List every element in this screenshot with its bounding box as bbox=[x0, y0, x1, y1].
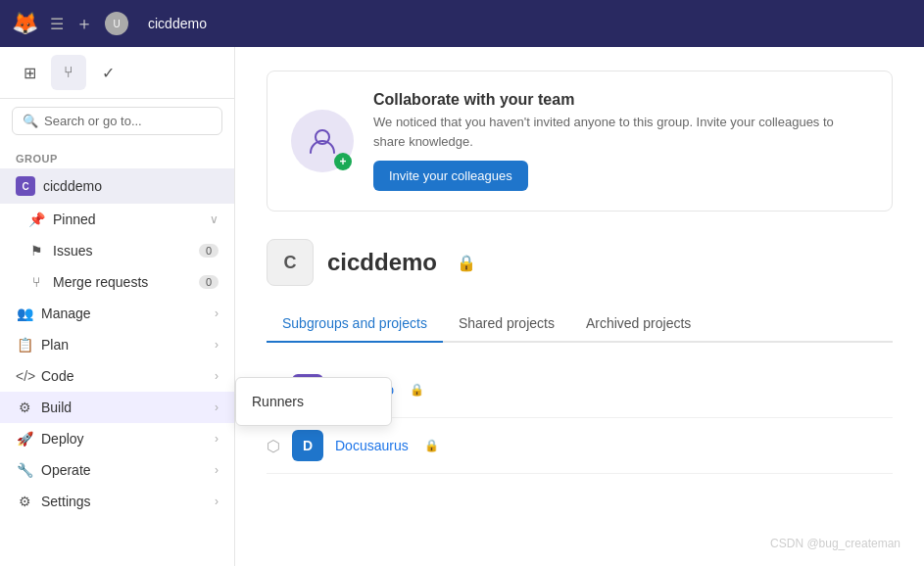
sidebar-item-manage[interactable]: 👥 Manage › bbox=[0, 298, 234, 329]
deploy-label: Deploy bbox=[41, 431, 207, 447]
sidebar-item-issues[interactable]: ⚑ Issues 0 bbox=[0, 235, 234, 266]
sidebar: ⊞ ⑂ ✓ 🔍 Search or go to... Group C cicdd… bbox=[0, 47, 235, 566]
pin-icon: 📌 bbox=[27, 212, 45, 227]
sidebar-item-group[interactable]: C cicddemo bbox=[0, 168, 234, 204]
plan-icon: 📋 bbox=[16, 337, 33, 353]
merge-badge: 0 bbox=[199, 275, 219, 289]
sidebar-pinned-label: Pinned bbox=[53, 212, 202, 227]
tab-shared[interactable]: Shared projects bbox=[443, 306, 570, 343]
operate-icon: 🔧 bbox=[16, 462, 33, 478]
code-icon: </> bbox=[16, 368, 33, 384]
issues-badge: 0 bbox=[199, 244, 219, 258]
invite-button[interactable]: Invite your colleagues bbox=[373, 161, 528, 191]
sidebar-search[interactable]: 🔍 Search or go to... bbox=[12, 107, 222, 135]
invite-banner: + Collaborate with your team We noticed … bbox=[267, 71, 893, 212]
tabs: Subgroups and projects Shared projects A… bbox=[267, 306, 893, 343]
operate-label: Operate bbox=[41, 462, 207, 478]
group-avatar-large: C bbox=[267, 239, 314, 286]
sidebar-item-plan[interactable]: 📋 Plan › bbox=[0, 329, 234, 360]
build-icon: ⚙ bbox=[16, 400, 33, 415]
layout: ⊞ ⑂ ✓ 🔍 Search or go to... Group C cicdd… bbox=[0, 47, 924, 566]
code-label: Code bbox=[41, 368, 207, 384]
project-avatar-docusaurus: D bbox=[292, 430, 323, 461]
invite-plus-icon: + bbox=[334, 153, 352, 170]
invite-description: We noticed that you haven't invited anyo… bbox=[373, 113, 868, 151]
gitlab-logo: 🦊 bbox=[12, 11, 38, 36]
invite-title: Collaborate with your team bbox=[373, 91, 868, 109]
sidebar-item-settings[interactable]: ⚙ Settings › bbox=[0, 486, 234, 517]
invite-avatar-wrap: + bbox=[291, 110, 354, 172]
watermark: CSDN @bug_createman bbox=[770, 537, 900, 550]
search-icon: 🔍 bbox=[23, 114, 38, 128]
group-name: cicddemo bbox=[327, 249, 437, 276]
merge-icon: ⑂ bbox=[27, 274, 45, 290]
issues-label: Issues bbox=[53, 243, 191, 259]
settings-icon: ⚙ bbox=[16, 494, 33, 509]
topbar: 🦊 ☰ ＋ U cicddemo bbox=[0, 0, 924, 47]
operate-chevron-icon: › bbox=[215, 463, 219, 477]
build-label: Build bbox=[41, 400, 207, 415]
sidebar-group-name: cicddemo bbox=[43, 178, 219, 194]
main-content: + Collaborate with your team We noticed … bbox=[235, 47, 924, 566]
manage-chevron-icon: › bbox=[215, 307, 219, 320]
sidebar-item-pinned[interactable]: 📌 Pinned ∨ bbox=[0, 204, 234, 235]
plan-label: Plan bbox=[41, 337, 207, 353]
merge-requests-label: Merge requests bbox=[53, 274, 191, 290]
group-lock-icon: 🔒 bbox=[457, 254, 476, 272]
settings-label: Settings bbox=[41, 494, 207, 509]
sidebar-icon-merge[interactable]: ⑂ bbox=[51, 55, 86, 90]
sidebar-item-code[interactable]: </> Code › bbox=[0, 360, 234, 392]
search-label: Search or go to... bbox=[44, 114, 142, 128]
submenu-item-runners[interactable]: Runners bbox=[236, 386, 391, 417]
project-lock-icon-2: 🔒 bbox=[424, 439, 439, 452]
code-chevron-icon: › bbox=[215, 369, 219, 383]
sidebar-item-merge-requests[interactable]: ⑂ Merge requests 0 bbox=[0, 266, 234, 298]
sidebar-icon-project[interactable]: ⊞ bbox=[12, 55, 47, 90]
sidebar-toggle-icon[interactable]: ☰ bbox=[50, 15, 64, 33]
sidebar-top-icons: ⊞ ⑂ ✓ bbox=[0, 47, 234, 99]
invite-text: Collaborate with your team We noticed th… bbox=[373, 91, 868, 191]
plan-chevron-icon: › bbox=[215, 338, 219, 352]
project-lock-icon-1: 🔒 bbox=[410, 383, 424, 397]
project-archive-icon-2: ⬡ bbox=[267, 437, 280, 455]
issues-icon: ⚑ bbox=[27, 243, 45, 259]
manage-icon: 👥 bbox=[16, 306, 33, 321]
project-item-docusaurus: ⬡ D Docusaurus 🔒 bbox=[267, 418, 893, 474]
group-header: C cicddemo 🔒 bbox=[267, 239, 893, 286]
sidebar-item-deploy[interactable]: 🚀 Deploy › bbox=[0, 423, 234, 454]
pinned-chevron-icon: ∨ bbox=[210, 212, 219, 226]
deploy-chevron-icon: › bbox=[215, 432, 219, 446]
topbar-title: cicddemo bbox=[148, 16, 207, 31]
tab-archived[interactable]: Archived projects bbox=[570, 306, 706, 343]
build-chevron-icon: › bbox=[215, 401, 219, 414]
project-name-docusaurus[interactable]: Docusaurus bbox=[335, 438, 409, 453]
sidebar-icon-check[interactable]: ✓ bbox=[90, 55, 125, 90]
manage-label: Manage bbox=[41, 306, 207, 321]
new-item-icon[interactable]: ＋ bbox=[75, 12, 93, 35]
group-avatar: C bbox=[16, 176, 35, 196]
sidebar-group-label: Group bbox=[0, 143, 234, 168]
sidebar-item-build[interactable]: ⚙ Build › bbox=[0, 392, 234, 423]
tab-subgroups[interactable]: Subgroups and projects bbox=[267, 306, 443, 343]
user-avatar[interactable]: U bbox=[105, 12, 128, 35]
build-submenu: Runners bbox=[235, 377, 392, 426]
settings-chevron-icon: › bbox=[215, 495, 219, 508]
sidebar-item-operate[interactable]: 🔧 Operate › bbox=[0, 454, 234, 486]
deploy-icon: 🚀 bbox=[16, 431, 33, 447]
